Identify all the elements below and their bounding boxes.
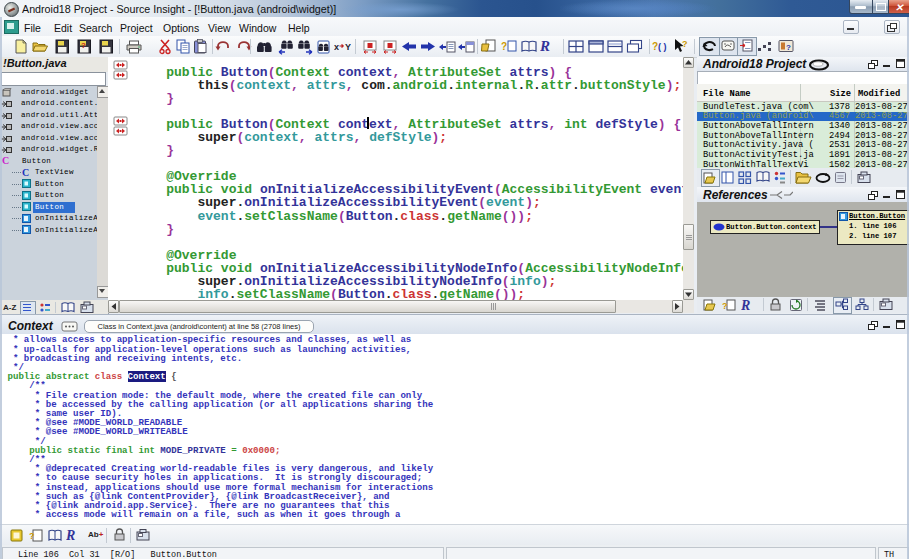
svg-text:?: ? [501,41,507,52]
svg-text:?: ? [786,43,791,52]
svg-text:?: ? [81,41,86,50]
svg-text:R: R [540,38,550,54]
svg-text:Y: Y [345,42,351,52]
svg-text:?: ? [682,39,688,49]
svg-text:?: ? [722,301,728,311]
svg-text:x: x [334,42,339,52]
svg-text:?: ? [29,531,35,541]
svg-text:R: R [741,298,750,313]
svg-text:R: R [66,528,75,543]
svg-text:( ): ( ) [658,42,667,52]
